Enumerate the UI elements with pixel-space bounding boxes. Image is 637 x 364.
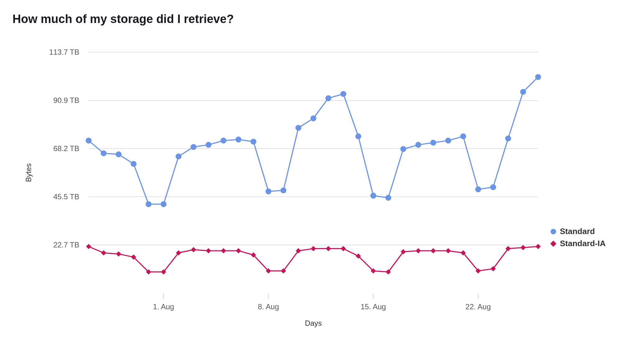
legend-label-standard: Standard [560, 227, 595, 236]
svg-text:22. Aug: 22. Aug [466, 302, 491, 311]
svg-point-29 [250, 139, 256, 145]
svg-point-34 [325, 95, 331, 101]
svg-text:113.7 TB: 113.7 TB [49, 48, 79, 56]
svg-point-20 [116, 151, 122, 157]
svg-point-21 [131, 161, 137, 167]
svg-marker-50 [101, 250, 106, 256]
legend-label-standard-ia: Standard-IA [560, 239, 606, 248]
svg-marker-71 [416, 248, 421, 253]
svg-point-36 [356, 133, 361, 139]
svg-point-38 [385, 195, 391, 201]
chart-plot-area: 22.7 TB45.5 TB68.2 TB90.9 TB113.7 TB1. A… [12, 38, 547, 334]
svg-point-47 [520, 89, 526, 95]
svg-point-48 [535, 74, 541, 80]
svg-point-28 [235, 136, 241, 142]
svg-point-35 [340, 91, 346, 97]
svg-marker-64 [311, 246, 316, 251]
svg-marker-65 [326, 246, 331, 251]
svg-marker-78 [520, 245, 526, 250]
chart-container: 22.7 TB45.5 TB68.2 TB90.9 TB113.7 TB1. A… [12, 38, 625, 334]
svg-point-30 [266, 188, 272, 194]
svg-text:8. Aug: 8. Aug [258, 302, 279, 311]
svg-point-45 [490, 184, 496, 190]
svg-text:15. Aug: 15. Aug [360, 302, 386, 311]
svg-text:68.2 TB: 68.2 TB [53, 144, 79, 153]
legend-marker-circle-icon [551, 229, 556, 234]
svg-point-40 [415, 142, 421, 148]
legend-item-standard[interactable]: Standard [551, 227, 606, 236]
svg-text:90.9 TB: 90.9 TB [53, 96, 79, 104]
chart-title: How much of my storage did I retrieve? [12, 12, 625, 26]
svg-point-19 [101, 150, 107, 156]
svg-point-46 [505, 136, 511, 141]
svg-point-41 [430, 140, 436, 146]
svg-marker-59 [236, 248, 241, 253]
svg-point-18 [86, 138, 92, 144]
chart-legend: Standard Standard-IA [547, 121, 606, 251]
svg-marker-57 [206, 248, 211, 253]
svg-point-33 [310, 115, 316, 121]
svg-marker-79 [536, 244, 541, 249]
y-axis-label: Bytes [24, 163, 33, 182]
svg-text:1. Aug: 1. Aug [153, 302, 174, 311]
svg-point-39 [400, 146, 406, 152]
svg-marker-73 [446, 248, 451, 253]
svg-point-37 [370, 193, 376, 199]
svg-point-23 [160, 201, 166, 207]
legend-item-standard-ia[interactable]: Standard-IA [551, 239, 606, 248]
svg-point-32 [295, 125, 301, 131]
svg-marker-58 [221, 248, 226, 253]
svg-text:22.7 TB: 22.7 TB [53, 241, 79, 249]
chart-svg: 22.7 TB45.5 TB68.2 TB90.9 TB113.7 TB1. A… [12, 38, 547, 334]
svg-point-27 [221, 138, 226, 144]
svg-marker-51 [116, 251, 121, 256]
svg-point-31 [281, 187, 286, 193]
svg-marker-56 [191, 247, 196, 252]
x-axis-label: Days [305, 319, 322, 327]
svg-point-26 [206, 142, 212, 148]
svg-point-44 [475, 187, 481, 192]
svg-point-22 [146, 201, 151, 207]
svg-marker-72 [430, 248, 436, 253]
svg-point-25 [191, 144, 197, 150]
svg-text:45.5 TB: 45.5 TB [53, 192, 79, 201]
svg-point-43 [460, 133, 466, 139]
svg-point-42 [445, 138, 451, 144]
svg-marker-66 [341, 246, 346, 251]
svg-point-24 [176, 154, 182, 159]
svg-marker-49 [86, 244, 91, 249]
legend-marker-diamond-icon [550, 241, 556, 247]
